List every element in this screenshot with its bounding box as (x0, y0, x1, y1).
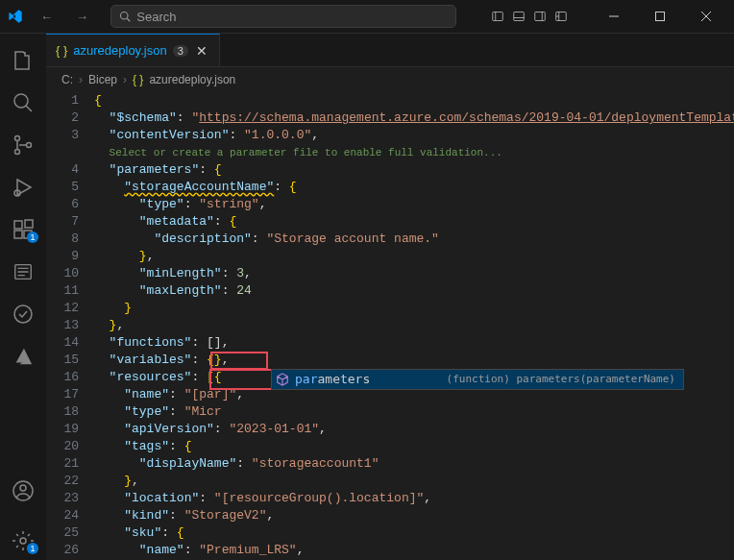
code-line[interactable]: "sku": { (94, 524, 734, 542)
testing-icon[interactable] (0, 295, 46, 333)
search-icon (119, 11, 131, 22)
command-center-search[interactable]: Search (110, 5, 456, 28)
search-activity-icon[interactable] (0, 84, 46, 122)
code-line[interactable]: "$schema": "https://schema.management.az… (94, 110, 734, 127)
editor-tab-bar: { } azuredeploy.json 3 ✕ ⋯ (46, 34, 734, 67)
code-line[interactable]: "parameters": { (94, 161, 734, 179)
svg-point-8 (15, 150, 20, 155)
json-file-icon: { } (56, 43, 67, 58)
svg-rect-11 (14, 221, 22, 229)
search-placeholder: Search (136, 10, 176, 24)
settings-gear-icon[interactable]: 1 (0, 522, 46, 560)
svg-point-9 (27, 143, 32, 148)
intellisense-popup[interactable]: parameters (function) parameters(paramet… (271, 369, 684, 390)
json-file-icon: { } (133, 73, 143, 86)
tab-filename: azuredeploy.json (73, 43, 166, 58)
code-line[interactable]: "type": "Micr (94, 403, 734, 421)
activity-bar: 1 1 (0, 34, 46, 560)
code-line[interactable]: "kind": "StorageV2", (94, 507, 734, 524)
code-line[interactable]: "type": "string", (94, 196, 734, 213)
tab-close-icon[interactable]: ✕ (194, 43, 209, 59)
code-line[interactable]: "variables": {}, (94, 352, 734, 369)
window-minimize-button[interactable] (594, 2, 634, 31)
code-line[interactable]: "contentVersion": "1.0.0.0", (94, 127, 734, 144)
code-content[interactable]: parameters (function) parameters(paramet… (94, 92, 734, 560)
layout-right-icon[interactable] (532, 9, 548, 24)
svg-rect-2 (514, 12, 525, 21)
run-debug-icon[interactable] (0, 168, 46, 207)
code-line[interactable]: Select or create a parameter file to ena… (94, 144, 734, 161)
svg-point-7 (15, 136, 20, 141)
svg-rect-1 (493, 12, 503, 21)
breadcrumb[interactable]: C: › Bicep › { } azuredeploy.json (46, 67, 734, 92)
layout-left-icon[interactable] (490, 9, 505, 24)
nav-back-icon[interactable]: ← (35, 10, 59, 24)
code-editor[interactable]: 1234567891011121314151617181920212223242… (46, 92, 734, 560)
extensions-icon[interactable]: 1 (0, 210, 46, 249)
code-line[interactable]: "location": "[resourceGroup().location]"… (94, 490, 734, 507)
code-line[interactable]: "functions": [], (94, 334, 734, 352)
code-line[interactable]: "minLength": 3, (94, 265, 734, 282)
code-line[interactable]: "name": "Premium_LRS", (94, 542, 734, 559)
code-line[interactable]: "description": "Storage account name." (94, 231, 734, 248)
svg-rect-5 (655, 12, 664, 21)
intellisense-hint: (function) parameters(parameterName) (447, 371, 679, 388)
window-close-button[interactable] (686, 2, 726, 31)
code-line[interactable]: "maxLength": 24 (94, 282, 734, 300)
code-line[interactable]: }, (94, 317, 734, 334)
code-line[interactable]: "storageAccountName": { (94, 179, 734, 196)
title-bar: ← → Search (0, 0, 734, 34)
nav-forward-icon[interactable]: → (70, 10, 94, 24)
chevron-right-icon: › (123, 73, 127, 86)
svg-rect-3 (535, 12, 546, 21)
code-line[interactable]: "tags": { (94, 438, 734, 455)
chevron-right-icon: › (79, 73, 83, 86)
code-line[interactable]: "apiVersion": "2023-01-01", (94, 421, 734, 438)
code-line[interactable]: }, (94, 248, 734, 265)
svg-point-16 (14, 305, 32, 323)
breadcrumb-folder[interactable]: Bicep (88, 73, 117, 86)
code-line[interactable]: "metadata": { (94, 213, 734, 231)
svg-point-6 (14, 94, 28, 108)
svg-point-19 (20, 538, 26, 544)
extensions-badge: 1 (27, 231, 38, 243)
code-line[interactable]: }, (94, 473, 734, 490)
explorer-icon[interactable] (0, 41, 46, 80)
settings-badge: 1 (27, 543, 38, 554)
code-line[interactable]: "displayName": "storageaccount1" (94, 455, 734, 473)
intellisense-rest: ameters (317, 372, 370, 386)
layout-customize-icon[interactable] (553, 9, 569, 24)
editor-tab[interactable]: { } azuredeploy.json 3 ✕ (46, 34, 220, 66)
intellisense-match: par (295, 372, 317, 386)
tab-problems-count: 3 (173, 45, 188, 57)
svg-rect-12 (14, 231, 22, 238)
accounts-icon[interactable] (0, 472, 46, 510)
breadcrumb-file[interactable]: azuredeploy.json (149, 73, 235, 86)
source-control-icon[interactable] (0, 126, 46, 164)
azure-icon[interactable] (0, 337, 46, 376)
breadcrumb-root[interactable]: C: (61, 73, 73, 86)
svg-rect-14 (25, 220, 33, 228)
code-line[interactable]: { (94, 92, 734, 110)
output-icon[interactable] (0, 253, 46, 291)
vscode-icon (8, 9, 23, 24)
intellisense-item[interactable]: parameters (function) parameters(paramet… (272, 370, 683, 389)
line-number-gutter: 1234567891011121314151617181920212223242… (46, 92, 94, 560)
method-icon (276, 373, 289, 386)
svg-point-18 (20, 485, 26, 491)
layout-bottom-icon[interactable] (511, 9, 526, 24)
svg-point-0 (121, 12, 129, 20)
window-maximize-button[interactable] (640, 2, 680, 31)
code-line[interactable]: } (94, 300, 734, 317)
